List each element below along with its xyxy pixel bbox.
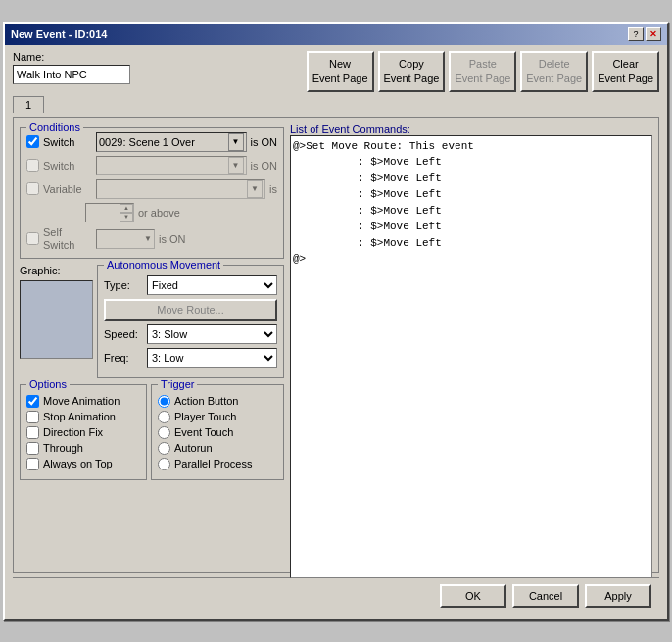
action-button-row: Action Button	[158, 395, 277, 408]
direction-fix-checkbox[interactable]	[26, 426, 39, 439]
cancel-button[interactable]: Cancel	[512, 584, 579, 608]
autonomous-movement-group: Autonomous Movement Type: Fixed Random A…	[97, 265, 284, 378]
autorun-radio[interactable]	[158, 442, 170, 455]
or-above-text: or above	[138, 207, 180, 219]
help-button[interactable]: ?	[628, 27, 644, 41]
conditions-label: Conditions	[26, 122, 83, 133]
delete-event-page-button[interactable]: DeleteEvent Page	[520, 51, 588, 92]
player-touch-radio[interactable]	[158, 411, 170, 423]
right-panel: List of Event Commands: @>Set Move Route…	[290, 123, 652, 567]
move-animation-row: Move Animation	[26, 395, 140, 408]
self-switch-label: SelfSwitch	[43, 226, 92, 252]
event-line-5: : $>Move Left	[293, 219, 649, 235]
autonomous-movement-label: Autonomous Movement	[104, 259, 223, 271]
switch1-dropdown-btn[interactable]: ▼	[228, 133, 244, 151]
speed-select[interactable]: 1: x8 Slower 2: x4 Slower 3: Slow 4: Nor…	[147, 324, 277, 344]
clear-event-page-button[interactable]: ClearEvent Page	[592, 51, 659, 92]
new-event-page-button[interactable]: NewEvent Page	[307, 51, 374, 92]
self-switch-is-text: is ON	[159, 233, 186, 245]
self-switch-row: SelfSwitch ▼ is ON	[26, 226, 277, 252]
type-select[interactable]: Fixed Random Approach Custom	[147, 275, 277, 295]
event-line-2: : $>Move Left	[293, 171, 649, 187]
name-label: Name:	[13, 51, 130, 63]
conditions-group: Conditions Switch 0029: Scene 1 Over ▼ i…	[20, 127, 284, 259]
title-bar-buttons: ? ✕	[628, 27, 661, 41]
variable-row: Variable ▼ is	[26, 179, 277, 199]
switch2-checkbox[interactable]	[26, 159, 39, 172]
move-animation-label: Move Animation	[43, 395, 120, 407]
direction-fix-row: Direction Fix	[26, 426, 140, 439]
player-touch-label: Player Touch	[174, 411, 236, 422]
freq-select[interactable]: 1: Lowest 2: Lower 3: Low 4: Normal 5: H…	[147, 348, 277, 368]
switch2-dropdown-btn[interactable]: ▼	[228, 157, 244, 174]
event-line-0: @>Set Move Route: This event	[293, 138, 649, 155]
event-touch-row: Event Touch	[158, 426, 277, 439]
parallel-process-label: Parallel Process	[174, 458, 252, 469]
variable-checkbox[interactable]	[26, 182, 39, 195]
main-window: New Event - ID:014 ? ✕ Name: NewEvent Pa…	[3, 22, 669, 621]
event-line-3: : $>Move Left	[293, 186, 649, 203]
switch1-label: Switch	[43, 136, 92, 148]
spin-down[interactable]: ▼	[120, 213, 133, 222]
graphic-label: Graphic:	[20, 265, 61, 276]
event-line-6: : $>Move Left	[293, 235, 649, 252]
name-input[interactable]	[13, 65, 130, 84]
player-touch-row: Player Touch	[158, 411, 277, 423]
freq-row: Freq: 1: Lowest 2: Lower 3: Low 4: Norma…	[104, 348, 277, 368]
trigger-label: Trigger	[158, 378, 197, 390]
stop-animation-row: Stop Animation	[26, 411, 140, 423]
window-content: Name: NewEvent Page CopyEvent Page Paste…	[5, 45, 667, 619]
self-switch-dropdown[interactable]: ▼	[96, 229, 155, 249]
action-button-radio[interactable]	[158, 395, 170, 408]
switch2-label: Switch	[43, 160, 92, 172]
through-label: Through	[43, 442, 83, 454]
event-touch-radio[interactable]	[158, 426, 170, 439]
ok-button[interactable]: OK	[440, 584, 506, 608]
graphic-box[interactable]	[20, 280, 93, 359]
through-checkbox[interactable]	[26, 442, 39, 455]
trigger-content: Action Button Player Touch Event Touch	[158, 395, 277, 470]
action-button-label: Action Button	[174, 395, 238, 407]
always-on-top-checkbox[interactable]	[26, 458, 39, 470]
options-trigger-row: Options Move Animation Stop Animation	[20, 384, 284, 486]
move-route-button[interactable]: Move Route...	[104, 299, 277, 321]
stop-animation-checkbox[interactable]	[26, 411, 39, 423]
variable-dropdown[interactable]: ▼	[96, 179, 265, 199]
or-above-row: ▲ ▼ or above	[85, 203, 277, 222]
title-bar: New Event - ID:014 ? ✕	[5, 24, 667, 45]
freq-label: Freq:	[104, 352, 143, 364]
autorun-label: Autorun	[174, 442, 213, 454]
copy-event-page-button[interactable]: CopyEvent Page	[378, 51, 446, 92]
event-commands-list[interactable]: @>Set Move Route: This event : $>Move Le…	[290, 135, 652, 578]
close-button[interactable]: ✕	[646, 27, 661, 41]
paste-event-page-button[interactable]: PasteEvent Page	[449, 51, 516, 92]
switch1-checkbox[interactable]	[26, 135, 39, 148]
event-commands-label: List of Event Commands:	[290, 123, 410, 135]
apply-button[interactable]: Apply	[585, 584, 651, 608]
spin-up[interactable]: ▲	[120, 204, 133, 213]
self-switch-checkbox[interactable]	[26, 232, 39, 245]
graphic-section: Graphic:	[20, 265, 93, 378]
event-touch-label: Event Touch	[174, 426, 233, 438]
parallel-process-radio[interactable]	[158, 458, 170, 470]
options-content: Move Animation Stop Animation Direction …	[26, 395, 140, 470]
always-on-top-row: Always on Top	[26, 458, 140, 470]
event-line-7: @>	[293, 251, 649, 268]
speed-row: Speed: 1: x8 Slower 2: x4 Slower 3: Slow…	[104, 324, 277, 344]
switch1-value: 0029: Scene 1 Over	[99, 136, 228, 148]
bottom-bar: OK Cancel Apply	[13, 577, 659, 612]
move-animation-checkbox[interactable]	[26, 395, 39, 408]
switch2-row: Switch ▼ is ON	[26, 156, 277, 175]
variable-label: Variable	[43, 183, 92, 195]
window-title: New Event - ID:014	[11, 28, 107, 40]
tabs-row: 1	[13, 96, 659, 113]
self-switch-arrow: ▼	[144, 234, 152, 243]
switch2-is-text: is ON	[251, 160, 278, 172]
switch2-dropdown[interactable]: ▼	[96, 156, 247, 175]
switch1-dropdown[interactable]: 0029: Scene 1 Over ▼	[96, 132, 247, 152]
graphic-autonomous-row: Graphic: Autonomous Movement Type: Fixed…	[20, 265, 284, 378]
always-on-top-label: Always on Top	[43, 458, 113, 469]
tab-1[interactable]: 1	[13, 96, 44, 113]
variable-dropdown-btn[interactable]: ▼	[247, 180, 263, 198]
left-panel: Conditions Switch 0029: Scene 1 Over ▼ i…	[20, 123, 284, 567]
